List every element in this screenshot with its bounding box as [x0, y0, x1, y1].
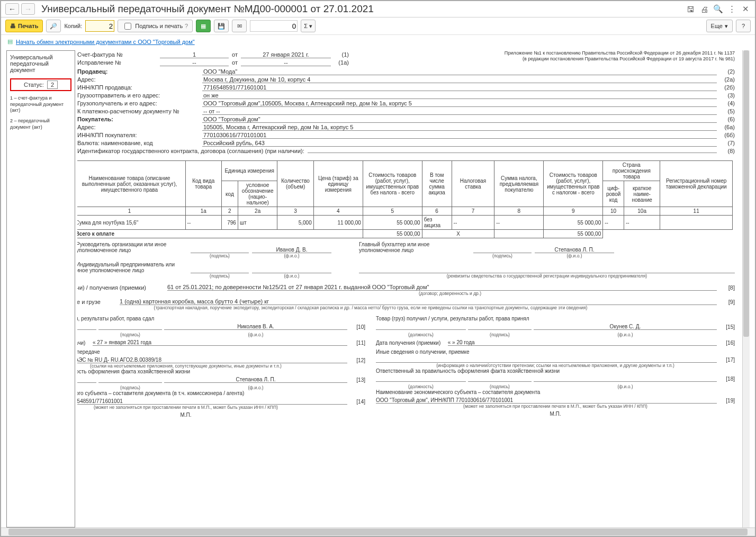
document-area: Счет-фактура №1от27 января 2021 г.(1) Ис… [77, 50, 742, 527]
toolbar: 🖶 Печать 🔎 Копий: Подпись и печать ? ▦ 💾… [1, 17, 755, 35]
save-file-icon[interactable]: 💾 [214, 20, 229, 32]
sign-print-checkbox[interactable] [124, 23, 131, 30]
back-button[interactable]: ← [5, 3, 19, 15]
sign-print-button[interactable]: Подпись и печать ? [118, 20, 193, 32]
excel-icon[interactable]: ▦ [196, 20, 211, 32]
status-box: Статус: 2 [10, 78, 71, 91]
copies-input[interactable] [85, 20, 114, 32]
close-icon[interactable]: ✕ [740, 4, 751, 14]
print-button[interactable]: 🖶 Печать [5, 20, 43, 32]
email-icon[interactable]: ✉ [232, 20, 247, 32]
horizontal-scrollbar[interactable] [1, 527, 755, 536]
save-icon[interactable]: 🖫 [685, 4, 696, 14]
edf-icon: ▤ [7, 38, 13, 45]
side-panel: Универсальный передаточный документ Стат… [6, 50, 75, 527]
linkbar: ▤ Начать обмен электронными документами … [1, 35, 755, 48]
more-button[interactable]: Еще ▾ [706, 20, 733, 32]
vertical-scrollbar[interactable] [742, 50, 750, 527]
preview-icon[interactable]: 🔍 [713, 4, 723, 14]
table-row: 1Сумка для ноутбука 15,6"--796шт5,00011 … [77, 216, 733, 230]
items-table: № п/п Код товара/ работ, услуг Наименова… [77, 160, 733, 238]
sigma-icon[interactable]: Σ ▾ [301, 20, 316, 32]
help-button[interactable]: ? [736, 20, 751, 32]
window-title: Универсальный передаточный документ №МД0… [41, 3, 685, 15]
titlebar: ← → Универсальный передаточный документ … [1, 1, 755, 17]
forward-button[interactable]: → [21, 3, 35, 15]
start-edf-link[interactable]: Начать обмен электронными документами с … [16, 39, 195, 45]
menu-icon[interactable]: ⋮ [726, 4, 737, 14]
page-setup-button[interactable]: 🔎 [46, 20, 61, 32]
copies-label: Копий: [64, 23, 82, 29]
print-icon[interactable]: 🖨 [699, 4, 709, 14]
zero-input[interactable] [250, 20, 298, 32]
